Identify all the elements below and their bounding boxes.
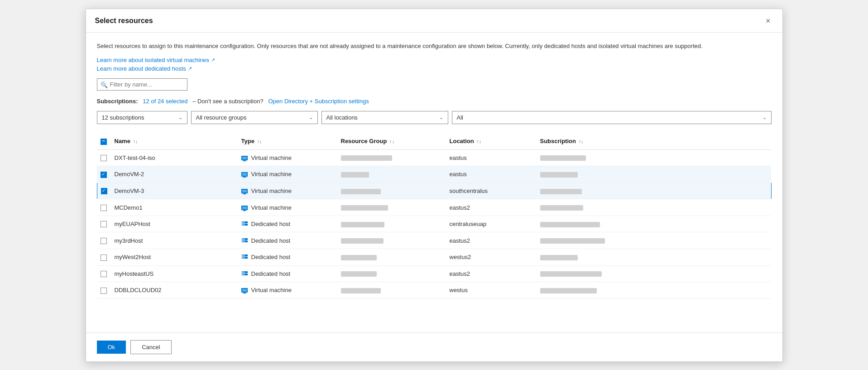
host-icon [241,254,251,260]
header-subscription: Subscription ↑↓ [537,133,772,149]
row-rg-3 [337,199,446,216]
row-type-text-1: Virtual machine [251,171,292,178]
description-text: Select resources to assign to this maint… [97,42,772,51]
cancel-button[interactable]: Cancel [130,340,171,354]
row-location-2: southcentralus [446,183,537,199]
row-checkbox-7[interactable] [101,271,107,277]
row-checkbox-2[interactable] [101,188,107,194]
row-name-2: DemoVM-3 [111,183,238,199]
header-resource-group: Resource Group ↑↓ [337,133,446,149]
row-subscription-0 [537,149,772,166]
svg-rect-15 [243,211,246,211]
row-checkbox-6[interactable] [101,255,107,261]
subscriptions-selected-link[interactable]: 12 of 24 selected [143,98,187,105]
svg-rect-3 [243,161,246,161]
checkbox-cell-4 [97,216,111,232]
redacted-sub [540,288,597,293]
svg-rect-21 [244,224,245,225]
row-name-4: myEUAPHost [111,216,238,232]
row-subscription-7 [537,265,772,282]
row-checkbox-5[interactable] [101,238,107,244]
redacted-rg [341,172,369,178]
redacted-rg [341,222,384,227]
row-type-text-7: Dedicated host [251,270,291,277]
dialog-title: Select resources [95,17,153,25]
checkbox-cell-5 [97,232,111,249]
row-type-2: Virtual machine [238,183,337,199]
external-link-icon-0: ↗ [211,57,215,63]
dialog-body: Select resources to assign to this maint… [86,33,782,332]
vm-icon [241,187,251,194]
ok-button[interactable]: Ok [97,341,126,354]
row-subscription-8 [537,282,772,299]
locations-dropdown[interactable]: All locations ⌄ [321,111,448,124]
row-type-3: Virtual machine [238,199,337,216]
row-subscription-3 [537,199,772,216]
row-rg-7 [337,265,446,282]
checkbox-cell-3 [97,199,111,216]
row-rg-0 [337,149,446,166]
table-row: myWest2Host Dedicated hostwestus2 [97,249,771,265]
row-checkbox-1[interactable] [101,172,107,178]
host-icon [241,270,251,277]
sort-icon-loc[interactable]: ↑↓ [476,139,481,144]
select-all-checkbox[interactable] [101,139,107,145]
row-rg-2 [337,183,446,199]
resource-groups-dropdown[interactable]: All resource groups ⌄ [191,111,318,124]
header-checkbox-cell [97,133,111,149]
isolated-vm-link[interactable]: Learn more about isolated virtual machin… [97,57,772,63]
svg-rect-1 [242,157,247,159]
svg-rect-41 [242,289,247,292]
chevron-down-icon: ⌄ [178,115,182,120]
search-icon: 🔍 [101,81,108,88]
chevron-down-icon-2: ⌄ [309,115,313,120]
redacted-sub [540,238,605,244]
redacted-rg [341,189,381,194]
row-rg-1 [337,166,446,183]
row-location-4: centraluseuap [446,216,537,232]
open-directory-link[interactable]: Open Directory + Subscription settings [268,98,369,105]
svg-rect-20 [244,222,245,223]
subscriptions-dropdown[interactable]: 12 subscriptions ⌄ [97,111,187,124]
all-dropdown[interactable]: All ⌄ [452,111,772,124]
close-button[interactable]: × [763,15,773,27]
svg-rect-25 [242,241,243,242]
sort-icon-name[interactable]: ↑↓ [133,139,138,144]
row-location-0: eastus [446,149,537,166]
row-checkbox-0[interactable] [101,155,107,161]
table-row: DemoVM-2 Virtual machineeastus [97,166,771,183]
redacted-sub [540,172,578,178]
svg-rect-26 [244,239,245,240]
redacted-sub [540,222,600,227]
row-checkbox-8[interactable] [101,288,107,294]
table-row: DDBLDCLOUD02 Virtual machinewestus [97,282,771,299]
row-name-0: DXT-test-04-iso [111,149,238,166]
row-rg-4 [337,216,446,232]
row-checkbox-4[interactable] [101,221,107,227]
table-body: DXT-test-04-iso Virtual machineeastusDem… [97,149,771,298]
dedicated-hosts-link[interactable]: Learn more about dedicated hosts ↗ [97,65,772,72]
vm-icon [241,171,251,178]
table-header: Name ↑↓ Type ↑↓ Resource Group ↑↓ Locati… [97,133,771,149]
svg-rect-19 [242,224,243,225]
svg-rect-13 [242,207,247,209]
checkbox-cell-0 [97,149,111,166]
filter-input[interactable] [97,78,187,91]
redacted-sub [540,155,586,161]
row-checkbox-3[interactable] [101,205,107,211]
sort-icon-rg[interactable]: ↑↓ [389,139,394,144]
table-row: MCDemo1 Virtual machineeastus2 [97,199,771,216]
sort-icon-type[interactable]: ↑↓ [257,139,262,144]
svg-rect-37 [242,274,243,275]
sort-icon-sub[interactable]: ↑↓ [579,139,584,144]
row-name-8: DDBLDCLOUD02 [111,282,238,299]
row-type-text-3: Virtual machine [251,204,292,211]
filter-wrap: 🔍 [97,78,772,91]
row-rg-6 [337,249,446,265]
checkbox-cell-8 [97,282,111,299]
vm-icon [241,204,251,211]
svg-rect-11 [243,194,246,194]
row-rg-5 [337,232,446,249]
row-type-text-0: Virtual machine [251,154,292,161]
redacted-sub [540,271,602,277]
